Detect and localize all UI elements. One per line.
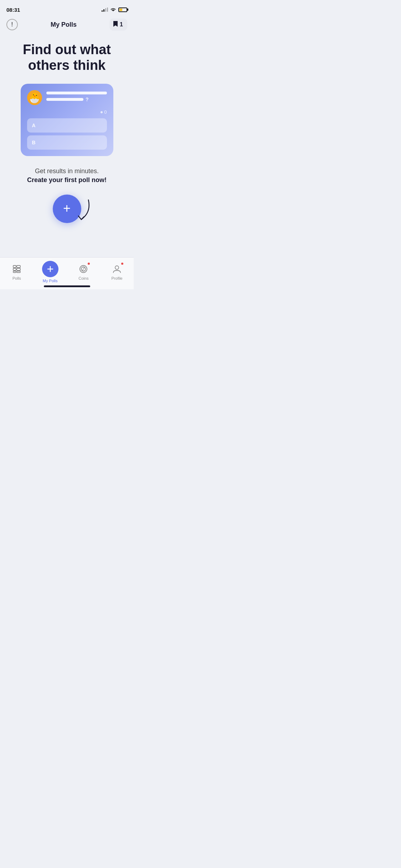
avatar-emoji: 🐣 [28,92,41,104]
bookmark-button[interactable]: 1 [109,19,127,31]
nav-add-button[interactable] [42,261,58,277]
svg-rect-4 [17,268,20,270]
subtitle: Get results in minutes. Create your firs… [27,167,107,184]
header: ! My Polls 1 [0,16,134,35]
arrow-indicator [71,198,92,223]
nav-item-polls[interactable]: Polls [6,263,27,280]
bookmark-count: 1 [120,21,123,28]
poll-question-lines: ? [46,90,107,102]
status-time: 08:31 [6,7,20,13]
svg-point-8 [115,266,119,269]
home-indicator [44,285,90,287]
coins-badge [87,262,91,265]
signal-icon [102,7,108,12]
polls-icon-wrap [11,263,22,275]
nav-item-coins[interactable]: Coins [73,263,94,280]
poll-card-illustration: 🐣 ? 0 A B [21,84,113,156]
nav-label-profile: Profile [112,276,123,280]
wifi-icon [110,7,116,12]
cta-area: + [53,195,81,223]
question-mark: ? [86,97,89,102]
battery-icon [118,7,127,12]
status-bar: 08:31 [0,0,134,16]
poll-vote-count: 0 [27,109,107,115]
bookmark-icon [113,21,118,29]
nav-plus-icon [46,265,54,273]
profile-icon [112,264,122,274]
svg-rect-3 [17,265,20,268]
coins-icon [78,264,88,274]
svg-rect-1 [13,268,16,270]
svg-rect-5 [17,271,20,273]
plus-icon: + [63,202,71,215]
coins-icon-wrap [78,263,89,275]
poll-option-b: B [27,135,107,150]
headline: Find out what others think [7,42,127,73]
main-content: Find out what others think 🐣 ? 0 A B Get… [0,35,134,223]
nav-item-profile[interactable]: Profile [106,263,128,280]
nav-label-polls: Polls [12,276,21,280]
polls-icon [12,264,21,274]
bottom-nav: Polls My Polls Coins [0,257,134,289]
page-title: My Polls [51,21,77,29]
profile-icon-wrap [111,263,123,275]
nav-item-my-polls[interactable]: My Polls [40,261,61,283]
nav-label-my-polls: My Polls [43,279,58,283]
subtitle-line2: Create your first poll now! [27,176,107,184]
svg-rect-2 [13,271,16,273]
svg-rect-0 [13,265,16,268]
profile-badge [120,262,124,265]
poll-option-a: A [27,118,107,133]
poll-avatar: 🐣 [27,90,42,105]
info-button[interactable]: ! [6,19,18,30]
status-icons [102,7,127,12]
subtitle-line1: Get results in minutes. [27,167,107,175]
nav-label-coins: Coins [78,276,88,280]
